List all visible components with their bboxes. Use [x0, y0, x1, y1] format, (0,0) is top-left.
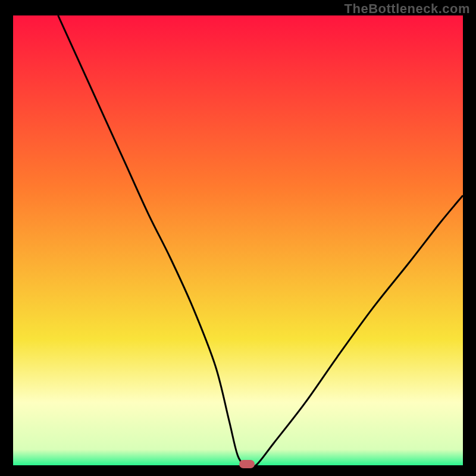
chart-frame: TheBottleneck.com	[0, 0, 476, 476]
optimum-marker	[239, 460, 255, 468]
gradient-rect	[13, 15, 463, 465]
watermark-text: TheBottleneck.com	[345, 1, 470, 17]
plot-area	[13, 15, 463, 465]
plot-svg	[13, 15, 463, 465]
